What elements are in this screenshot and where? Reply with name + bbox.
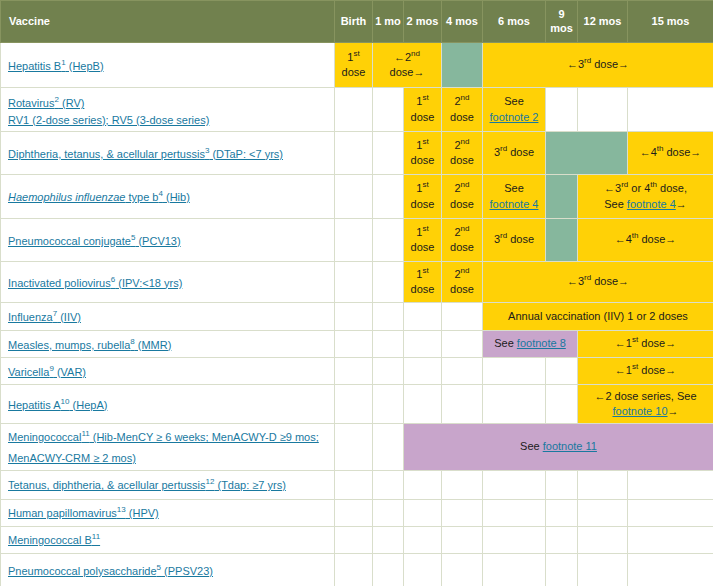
ordinal-superscript: st [422,137,428,146]
vaccine-link-hepa[interactable]: Hepatitis A10 (HepA) [8,399,107,411]
vaccine-link-pcv13[interactable]: Pneumococcal conjugate5 (PCV13) [8,235,181,247]
dose-text: dose [404,240,441,255]
footnote-text: See [483,94,545,109]
ordinal-superscript: st [422,93,428,102]
vaccine-link-rv[interactable]: Rotavirus2 (RV) [8,97,84,109]
footnote-link[interactable]: footnote 10 [612,405,667,417]
empty-cell [335,262,373,303]
footnote-superscript: 11 [81,429,89,438]
vaccine-link-var[interactable]: Varicella9 (VAR) [8,366,86,378]
header-1mo: 1 mo [373,1,404,43]
ordinal-superscript: nd [461,266,470,275]
vaccine-link-mmr[interactable]: Measles, mumps, rubella8 (MMR) [8,339,171,351]
empty-cell [404,553,442,586]
dose-cell: 2nd dose [442,219,483,262]
empty-cell [335,303,373,331]
vaccine-name-cell: Pneumococcal conjugate5 (PCV13) [1,219,335,262]
footnote-link[interactable]: footnote 11 [543,440,597,452]
header-12mos: 12 mos [578,1,628,43]
ordinal-superscript: nd [411,49,420,58]
empty-cell [404,526,442,553]
empty-cell [628,88,713,132]
vaccine-name-cell: Rotavirus2 (RV) RV1 (2-dose series); RV5… [1,88,335,132]
footnote-link[interactable]: footnote 4 [490,198,539,210]
range-cell-green [546,219,578,262]
footnote-superscript: 11 [92,533,100,542]
empty-cell [483,499,546,526]
empty-cell [442,499,483,526]
empty-cell [404,331,442,358]
empty-cell [578,470,628,499]
vaccine-link-ppsv23[interactable]: Pneumococcal polysaccharide5 (PPSV23) [8,565,213,577]
dose-range-cell: ←3rd or 4th dose, See footnote 4→ [578,175,713,219]
dose-cell: 1st dose [404,88,442,132]
vaccine-link-iiv[interactable]: Influenza7 (IIV) [8,311,81,323]
dose-text: dose [442,110,482,125]
vaccine-link-menb[interactable]: Meningococcal B11 [8,534,100,546]
ordinal-superscript: nd [461,224,470,233]
dose-cell: 2nd dose [442,175,483,219]
empty-cell [373,358,404,385]
empty-cell [578,553,628,586]
empty-cell [373,499,404,526]
table-row: Measles, mumps, rubella8 (MMR) See footn… [1,331,713,358]
vaccine-name-cell: Human papillomavirus13 (HPV) [1,499,335,526]
dose-text: dose [442,282,482,297]
footnote-link[interactable]: footnote 2 [490,111,539,123]
vaccine-link-hpv[interactable]: Human papillomavirus13 (HPV) [8,507,159,519]
dose-text: 1st [404,181,441,196]
footnote-link[interactable]: footnote 4 [627,198,676,210]
ordinal-superscript: st [422,180,428,189]
vaccine-link-hepb[interactable]: Hepatitis B1 (HepB) [8,60,104,72]
dose-text: 1st [404,267,441,282]
empty-cell [373,526,404,553]
vaccine-name-cell: Influenza7 (IIV) [1,303,335,331]
empty-cell [373,470,404,499]
empty-cell [373,553,404,586]
empty-cell [335,526,373,553]
dose-text: 2nd [442,181,482,196]
dose-text: dose [404,110,441,125]
vaccine-link-tdap[interactable]: Tetanus, diphtheria, & acellular pertuss… [8,479,286,491]
vaccine-link-meningococcal[interactable]: Meningococcal11 (Hib-MenCY ≥ 6 weeks; Me… [8,431,319,464]
empty-cell [335,331,373,358]
empty-cell [373,331,404,358]
empty-cell [335,88,373,132]
footnote-text: See [483,181,545,196]
empty-cell [404,358,442,385]
vaccine-name-cell: Inactivated poliovirus6 (IPV:<18 yrs) [1,262,335,303]
table-row: Meningococcal11 (Hib-MenCY ≥ 6 weeks; Me… [1,424,713,471]
dose-range-cell: ←2nd dose→ [373,43,442,88]
empty-cell [578,88,628,132]
empty-cell [442,526,483,553]
empty-cell [335,219,373,262]
footnote-link[interactable]: footnote 8 [517,337,566,349]
header-2mos: 2 mos [404,1,442,43]
dose-text: dose [442,240,482,255]
dose-text: dose [335,65,372,80]
empty-cell [404,303,442,331]
vaccine-name-cell: Hepatitis B1 (HepB) [1,43,335,88]
dose-range-cell: ←1st dose→ [578,358,713,385]
vaccine-link-rv-series[interactable]: RV1 (2-dose series); RV5 (3-dose series) [8,113,327,127]
empty-cell [628,499,713,526]
dose-text: 1st [404,94,441,109]
empty-cell [483,526,546,553]
vaccine-name-cell: Diphtheria, tetanus, & acellular pertuss… [1,132,335,175]
vaccine-link-dtap[interactable]: Diphtheria, tetanus, & acellular pertuss… [8,148,283,160]
table-row: Human papillomavirus13 (HPV) [1,499,713,526]
empty-cell [404,470,442,499]
dose-cell: 1st dose [404,132,442,175]
vaccine-link-ipv[interactable]: Inactivated poliovirus6 (IPV:<18 yrs) [8,277,182,289]
dose-text: dose [404,153,441,168]
header-4mos: 4 mos [442,1,483,43]
empty-cell [335,385,373,424]
dose-cell: 1st dose [404,175,442,219]
table-row: Varicella9 (VAR) ←1st dose→ [1,358,713,385]
empty-cell [442,470,483,499]
table-row: Hepatitis B1 (HepB) 1st dose ←2nd dose→ … [1,43,713,88]
vaccine-link-hib[interactable]: Haemophilus influenzae type b4 (Hib) [8,191,190,203]
empty-cell [578,499,628,526]
empty-cell [373,219,404,262]
dose-cell: 3rd dose [483,132,546,175]
